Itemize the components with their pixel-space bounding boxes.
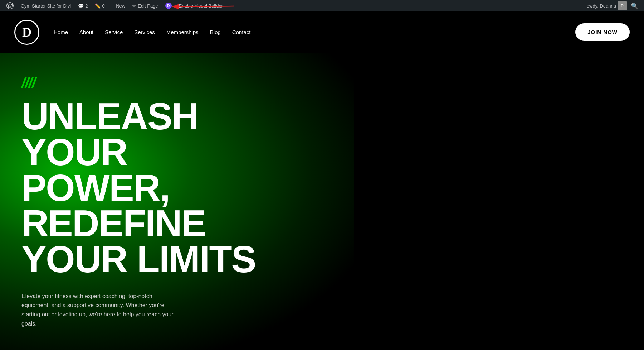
drafts-button[interactable]: ✏️ 0 [91,0,108,11]
edit-page-label: Edit Page [138,3,158,9]
new-button[interactable]: + New [108,0,129,11]
admin-bar-right: Howdy, Deanna D 🔍 [583,1,641,10]
comments-button[interactable]: 💬 2 [74,0,91,11]
nav-service[interactable]: Service [105,29,123,35]
drafts-icon: ✏️ [95,3,101,9]
site-nav: Home About Service Services Memberships … [54,29,575,35]
edit-page-button[interactable]: ✏ Edit Page [129,0,161,11]
site-logo[interactable]: D [14,20,39,45]
admin-bar-left: Gym Starter Site for Divi 💬 2 ✏️ 0 + New… [3,0,583,11]
enable-visual-builder-button[interactable]: Enable Visual Builder [175,0,226,11]
search-icon[interactable]: 🔍 [628,3,641,9]
hero-description: Elevate your fitness with expert coachin… [21,292,175,328]
admin-bar: Gym Starter Site for Divi 💬 2 ✏️ 0 + New… [0,0,644,11]
wp-logo-button[interactable] [3,0,17,11]
comment-icon: 💬 [78,3,84,9]
hero-title: UNLEASH YOUR POWER, REDEFINE YOUR LIMITS [21,99,272,277]
hero-title-line1: UNLEASH YOUR [21,95,198,173]
nav-home[interactable]: Home [54,29,68,35]
site-title-text: Gym Starter Site for Divi [21,3,71,9]
divi-circle-icon: D [165,3,172,9]
site-title-button[interactable]: Gym Starter Site for Divi [17,0,74,11]
nav-blog[interactable]: Blog [210,29,221,35]
hero-content: //// UNLEASH YOUR POWER, REDEFINE YOUR L… [0,53,293,350]
join-now-button[interactable]: JOIN NOW [575,23,630,41]
enable-visual-builder-label: Enable Visual Builder [179,3,223,9]
nav-contact[interactable]: Contact [232,29,251,35]
nav-memberships[interactable]: Memberships [166,29,199,35]
howdy-text: Howdy, Deanna [583,3,616,9]
pencil-icon: ✏ [132,3,136,9]
hero-section: //// UNLEASH YOUR POWER, REDEFINE YOUR L… [0,53,644,350]
drafts-count: 0 [102,3,104,9]
plus-icon: + [112,3,115,9]
hero-title-line2: POWER, REDEFINE [21,167,206,245]
nav-about[interactable]: About [79,29,93,35]
site-header: D Home About Service Services Membership… [0,11,644,53]
comments-count: 2 [85,3,88,9]
hero-slash-decoration: //// [21,74,272,91]
hero-title-line3: YOUR LIMITS [21,238,256,280]
user-avatar[interactable]: D [618,1,627,10]
new-label: New [116,3,125,9]
logo-letter: D [22,25,31,40]
nav-services[interactable]: Services [134,29,155,35]
divi-button[interactable]: D [162,0,175,11]
